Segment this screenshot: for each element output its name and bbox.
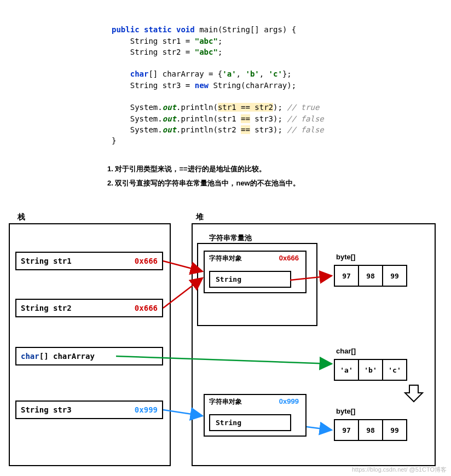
note-1: 1. 对于引用类型来说，==进行的是地址值的比较。	[107, 162, 300, 176]
kw-public: public static void	[112, 25, 199, 34]
stack-str2: String str2 0x666	[15, 299, 163, 317]
byte-label-2: byte[]	[336, 407, 355, 415]
stack-str3: String str3 0x999	[15, 400, 163, 419]
char-array: 'a' 'b' 'c'	[334, 359, 407, 381]
note-2: 2. 双引号直接写的字符串在常量池当中，new的不在池当中。	[107, 176, 300, 190]
string-object-2: 字符串对象 0x999 String	[204, 394, 307, 437]
pool-label: 字符串常量池	[209, 233, 252, 243]
byte-label-1: byte[]	[336, 253, 355, 261]
string-object-1: 字符串对象 0x666 String	[204, 251, 307, 293]
down-arrow-icon	[403, 384, 425, 403]
watermark: https://blog.csdn.net/ @51CTO博客	[352, 466, 447, 474]
notes: 1. 对于引用类型来说，==进行的是地址值的比较。 2. 双引号直接写的字符串在…	[107, 162, 300, 190]
byte-array-1: 97 98 99	[334, 265, 407, 287]
char-label: char[]	[336, 347, 356, 355]
stack-title: 栈	[18, 212, 25, 222]
heap-title: 堆	[196, 212, 204, 222]
code-block: public static void main(String[] args) {…	[112, 13, 324, 147]
byte-array-2: 97 98 99	[334, 419, 407, 441]
stack-str1: String str1 0x666	[15, 252, 163, 270]
stack-chararray: char[] charArray	[15, 347, 163, 365]
